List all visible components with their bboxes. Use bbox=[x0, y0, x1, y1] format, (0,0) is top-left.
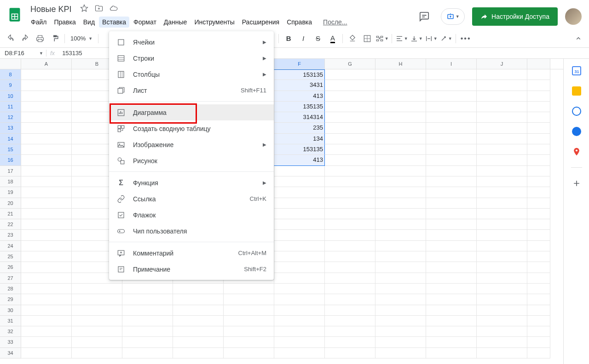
cell-G9[interactable] bbox=[325, 80, 375, 91]
cell-A30[interactable] bbox=[21, 305, 72, 316]
cell-H30[interactable] bbox=[375, 305, 426, 316]
cell-G18[interactable] bbox=[325, 176, 375, 187]
cell-G14[interactable] bbox=[325, 134, 375, 144]
cell-A33[interactable] bbox=[21, 337, 72, 347]
cell-F11[interactable]: 135135 bbox=[274, 102, 325, 112]
cell-E33[interactable] bbox=[224, 337, 274, 347]
cell-J11[interactable] bbox=[477, 102, 527, 112]
cell-H17[interactable] bbox=[375, 166, 426, 176]
cell-F24[interactable] bbox=[274, 241, 325, 251]
cell-F22[interactable] bbox=[274, 219, 325, 230]
cell-C32[interactable] bbox=[122, 326, 173, 337]
cell-A25[interactable] bbox=[21, 251, 72, 262]
cell-G19[interactable] bbox=[325, 187, 375, 198]
cell-J8[interactable] bbox=[477, 69, 527, 80]
cell-J21[interactable] bbox=[477, 209, 527, 219]
cell-I16[interactable] bbox=[426, 155, 477, 165]
cell-F32[interactable] bbox=[274, 326, 325, 337]
row-header-9[interactable]: 9 bbox=[0, 80, 21, 91]
cell-G26[interactable] bbox=[325, 262, 375, 273]
menu-правка[interactable]: Правка bbox=[51, 17, 79, 28]
cell-J27[interactable] bbox=[477, 273, 527, 284]
cell-I29[interactable] bbox=[426, 294, 477, 305]
cell-H26[interactable] bbox=[375, 262, 426, 273]
row-header-12[interactable]: 12 bbox=[0, 112, 21, 123]
row-header-15[interactable]: 15 bbox=[0, 144, 21, 155]
cell-E28[interactable] bbox=[224, 284, 274, 294]
cell-B30[interactable] bbox=[72, 305, 122, 316]
fill-color-button[interactable] bbox=[346, 32, 359, 46]
row-header-20[interactable]: 20 bbox=[0, 198, 21, 209]
cell-A22[interactable] bbox=[21, 219, 72, 230]
cell-E30[interactable] bbox=[224, 305, 274, 316]
cell-H22[interactable] bbox=[375, 219, 426, 230]
cell-C28[interactable] bbox=[122, 284, 173, 294]
row-header-16[interactable]: 16 bbox=[0, 155, 21, 165]
cell-C34[interactable] bbox=[122, 348, 173, 358]
row-header-28[interactable]: 28 bbox=[0, 284, 21, 294]
italic-button[interactable]: I bbox=[296, 32, 310, 46]
move-icon[interactable] bbox=[95, 4, 103, 14]
cell-H25[interactable] bbox=[375, 251, 426, 262]
cell-G29[interactable] bbox=[325, 294, 375, 305]
cell-E31[interactable] bbox=[224, 316, 274, 326]
cell-B32[interactable] bbox=[72, 326, 122, 337]
cell-J29[interactable] bbox=[477, 294, 527, 305]
cell-F23[interactable] bbox=[274, 230, 325, 240]
row-header-17[interactable]: 17 bbox=[0, 166, 21, 176]
cell-F27[interactable] bbox=[274, 273, 325, 284]
cell-A8[interactable] bbox=[21, 69, 72, 80]
cell-J9[interactable] bbox=[477, 80, 527, 91]
cell-I17[interactable] bbox=[426, 166, 477, 176]
cell-I20[interactable] bbox=[426, 198, 477, 209]
bold-button[interactable]: B bbox=[282, 32, 295, 46]
halign-button[interactable]: ▼ bbox=[395, 32, 409, 46]
cell-G20[interactable] bbox=[325, 198, 375, 209]
cell-G15[interactable] bbox=[325, 144, 375, 155]
col-header-G[interactable]: G bbox=[325, 59, 375, 69]
cell-J10[interactable] bbox=[477, 91, 527, 102]
cell-F31[interactable] bbox=[274, 316, 325, 326]
cell-B29[interactable] bbox=[72, 294, 122, 305]
sheets-logo[interactable] bbox=[6, 6, 24, 24]
cell-I21[interactable] bbox=[426, 209, 477, 219]
cell-D29[interactable] bbox=[173, 294, 224, 305]
col-header-F[interactable]: F bbox=[274, 59, 325, 69]
cell-F26[interactable] bbox=[274, 262, 325, 273]
cell-B31[interactable] bbox=[72, 316, 122, 326]
row-header-34[interactable]: 34 bbox=[0, 348, 21, 358]
menu-расширения[interactable]: Расширения bbox=[239, 17, 283, 28]
zoom-selector[interactable]: 100%▼ bbox=[68, 35, 95, 42]
col-header-J[interactable]: J bbox=[477, 59, 527, 69]
cell-I18[interactable] bbox=[426, 176, 477, 187]
cloud-icon[interactable] bbox=[110, 4, 118, 14]
menu-item-image[interactable]: Изображение▶ bbox=[109, 136, 274, 153]
rotate-button[interactable]: ▼ bbox=[439, 32, 453, 46]
cell-A29[interactable] bbox=[21, 294, 72, 305]
cell-D28[interactable] bbox=[173, 284, 224, 294]
cell-F10[interactable]: 413 bbox=[274, 91, 325, 102]
cell-A32[interactable] bbox=[21, 326, 72, 337]
cell-H33[interactable] bbox=[375, 337, 426, 347]
col-header-H[interactable]: H bbox=[375, 59, 426, 69]
cell-J32[interactable] bbox=[477, 326, 527, 337]
cell-J13[interactable] bbox=[477, 123, 527, 133]
menu-инструменты[interactable]: Инструменты bbox=[191, 17, 237, 28]
row-header-21[interactable]: 21 bbox=[0, 209, 21, 219]
menu-после...[interactable]: После... bbox=[320, 17, 350, 28]
cell-D30[interactable] bbox=[173, 305, 224, 316]
cell-A17[interactable] bbox=[21, 166, 72, 176]
keep-icon[interactable] bbox=[572, 86, 581, 96]
cell-J33[interactable] bbox=[477, 337, 527, 347]
cell-J18[interactable] bbox=[477, 176, 527, 187]
cell-I33[interactable] bbox=[426, 337, 477, 347]
cell-A31[interactable] bbox=[21, 316, 72, 326]
select-all-corner[interactable] bbox=[0, 59, 21, 69]
paint-format-button[interactable] bbox=[48, 32, 62, 46]
present-button[interactable]: ▼ bbox=[441, 8, 465, 25]
collapse-toolbar-button[interactable] bbox=[572, 32, 585, 46]
cell-A18[interactable] bbox=[21, 176, 72, 187]
menu-item-cells[interactable]: Ячейки▶ bbox=[109, 34, 274, 50]
menu-item-cols[interactable]: Столбцы▶ bbox=[109, 66, 274, 82]
cell-A23[interactable] bbox=[21, 230, 72, 240]
